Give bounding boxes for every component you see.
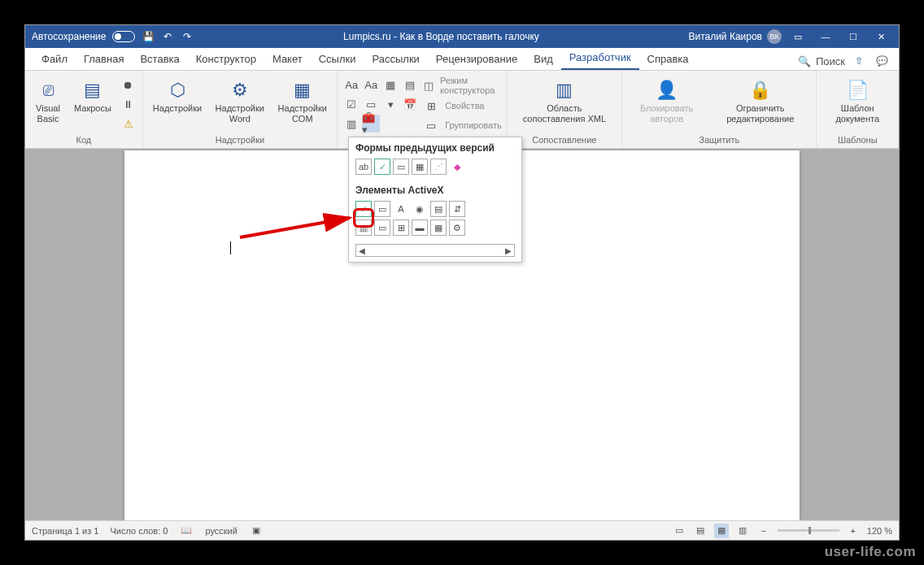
building-block-control-icon[interactable]: ▤ — [401, 76, 419, 93]
search-icon[interactable]: 🔍 — [798, 55, 811, 67]
macro-security-icon[interactable]: ⚠ — [120, 115, 137, 133]
tab-file[interactable]: Файл — [33, 48, 76, 70]
activex-label-icon[interactable]: A — [393, 201, 409, 217]
svg-line-0 — [240, 218, 350, 237]
comments-icon[interactable]: 💬 — [873, 52, 891, 70]
activex-option-icon[interactable]: ◉ — [412, 201, 428, 217]
legacy-dropdown-icon[interactable]: ▭ — [393, 159, 409, 175]
annotation-arrow — [236, 211, 366, 244]
activex-header: Элементы ActiveX — [355, 185, 515, 196]
spellcheck-icon[interactable]: 📖 — [179, 524, 194, 538]
minimize-button[interactable]: — — [814, 28, 837, 45]
page-indicator[interactable]: Страница 1 из 1 — [32, 526, 98, 536]
com-addins-button[interactable]: ▦ Надстройки COM — [272, 76, 332, 128]
rich-text-control-icon[interactable]: Aa — [342, 76, 360, 93]
addins-icon: ⬡ — [164, 79, 190, 102]
text-cursor — [230, 241, 231, 254]
ribbon-display-icon[interactable]: ▭ — [787, 28, 809, 45]
macro-pause-icon[interactable]: ⏸ — [120, 95, 137, 113]
xml-mapping-icon: ▥ — [551, 79, 578, 102]
share-icon[interactable]: ⇧ — [850, 52, 868, 70]
legacy-forms-header: Формы предыдущих версий — [355, 142, 515, 154]
activex-textbox-icon[interactable]: ▭ — [374, 201, 390, 217]
statusbar: Страница 1 из 1 Число слов: 0 📖 русский … — [25, 520, 899, 540]
user-avatar[interactable]: ВК — [767, 29, 782, 44]
zoom-in-button[interactable]: + — [846, 524, 861, 538]
close-button[interactable]: ✕ — [870, 28, 892, 45]
legacy-frame-icon[interactable]: ▦ — [412, 159, 428, 175]
word-addins-button[interactable]: ⚙ Надстройки Word — [210, 76, 269, 128]
activex-spin-icon[interactable]: ⊞ — [393, 219, 409, 236]
legacy-reset-icon[interactable]: ◆ — [449, 159, 465, 175]
checkbox-control-icon[interactable]: ☑ — [342, 95, 360, 113]
view-read-icon[interactable]: ▤ — [693, 524, 708, 538]
word-count[interactable]: Число слов: 0 — [110, 526, 168, 536]
visual-basic-icon: ⎚ — [35, 79, 61, 102]
tab-design[interactable]: Конструктор — [188, 48, 264, 70]
word-window: Автосохранение 💾 ↶ ↷ Lumpics.ru - Как в … — [24, 24, 900, 541]
undo-icon[interactable]: ↶ — [161, 30, 174, 43]
tab-mailings[interactable]: Рассылки — [364, 48, 427, 70]
properties-button[interactable]: Свойства — [442, 101, 484, 111]
dropdown-control-icon[interactable]: ▾ — [381, 95, 399, 113]
activex-toggle-icon[interactable]: ⇵ — [449, 201, 465, 217]
legacy-tools-icon[interactable]: 🧰▾ — [362, 115, 380, 133]
tab-developer[interactable]: Разработчик — [561, 46, 639, 70]
combobox-control-icon[interactable]: ▭ — [362, 95, 380, 113]
group-button[interactable]: Группировать — [442, 120, 502, 130]
macro-rec-icon[interactable]: ▣ — [249, 524, 264, 538]
redo-icon[interactable]: ↷ — [181, 30, 194, 43]
document-title: Lumpics.ru - Как в Ворде поставить галоч… — [194, 31, 688, 42]
restrict-editing-button[interactable]: 🔒 Ограничить редактирование — [709, 76, 811, 128]
document-template-button[interactable]: 📄 Шаблон документа — [822, 76, 893, 128]
block-authors-icon: 👤 — [654, 79, 680, 102]
autosave-toggle[interactable] — [112, 31, 135, 42]
repeating-section-icon[interactable]: ▥ — [342, 115, 360, 133]
activex-scrollbar-icon[interactable]: ▬ — [412, 219, 428, 236]
search-label[interactable]: Поиск — [816, 55, 845, 67]
activex-listbox-icon[interactable]: ▤ — [430, 201, 447, 217]
ribbon-group-templates: 📄 Шаблон документа Шаблоны — [817, 71, 899, 148]
design-mode-icon: ◫ — [422, 76, 435, 94]
plain-text-control-icon[interactable]: Aa — [362, 76, 380, 93]
addins-button[interactable]: ⬡ Надстройки — [148, 76, 207, 117]
macros-button[interactable]: ▤ Макросы — [69, 76, 116, 117]
tab-view[interactable]: Вид — [525, 48, 561, 70]
activex-more-icon[interactable]: ⚙ — [449, 219, 465, 236]
record-macro-icon[interactable]: ⏺ — [120, 76, 137, 93]
dropdown-scrollbar[interactable]: ◀▶ — [355, 244, 515, 257]
tab-help[interactable]: Справка — [639, 48, 697, 70]
activex-button-icon[interactable]: ▭ — [374, 219, 390, 236]
ribbon-group-addins: ⬡ Надстройки ⚙ Надстройки Word ▦ Надстро… — [143, 71, 338, 148]
view-focus-icon[interactable]: ▭ — [672, 524, 686, 538]
restrict-editing-icon: 🔒 — [747, 79, 774, 102]
view-print-icon[interactable]: ▦ — [714, 524, 729, 538]
zoom-level[interactable]: 120 % — [867, 526, 892, 536]
legacy-checkbox-icon[interactable]: ✓ — [374, 159, 390, 175]
tab-layout[interactable]: Макет — [264, 48, 311, 70]
datepicker-control-icon[interactable]: 📅 — [401, 95, 419, 113]
legacy-tools-dropdown: Формы предыдущих версий ab ✓ ▭ ▦ ⋰ ◆ Эле… — [348, 137, 522, 263]
language-indicator[interactable]: русский — [205, 526, 237, 536]
maximize-button[interactable]: ☐ — [842, 28, 865, 45]
tab-home[interactable]: Главная — [76, 48, 132, 70]
ribbon-group-mapping: ▥ Область сопоставления XML Сопоставлени… — [508, 71, 622, 148]
visual-basic-button[interactable]: ⎚ Visual Basic — [30, 76, 66, 128]
ribbon-tabs: Файл Главная Вставка Конструктор Макет С… — [25, 48, 899, 71]
group-icon: ▭ — [422, 116, 440, 134]
activex-image-icon[interactable]: ▦ — [430, 219, 447, 236]
user-name: Виталий Каиров — [688, 31, 762, 42]
legacy-text-field-icon[interactable]: ab — [355, 159, 372, 175]
picture-control-icon[interactable]: ▦ — [381, 76, 399, 93]
design-mode-button[interactable]: Режим конструктора — [437, 76, 502, 95]
save-icon[interactable]: 💾 — [142, 30, 155, 43]
zoom-slider[interactable] — [778, 529, 839, 532]
tab-references[interactable]: Ссылки — [311, 48, 364, 70]
xml-mapping-button[interactable]: ▥ Область сопоставления XML — [512, 76, 617, 128]
view-web-icon[interactable]: ▥ — [735, 524, 750, 538]
tab-review[interactable]: Рецензирование — [428, 48, 525, 70]
legacy-shading-icon[interactable]: ⋰ — [430, 159, 447, 175]
tab-insert[interactable]: Вставка — [132, 48, 187, 70]
block-authors-button[interactable]: 👤 Блокировать авторов — [627, 76, 706, 128]
zoom-out-button[interactable]: − — [756, 524, 771, 538]
